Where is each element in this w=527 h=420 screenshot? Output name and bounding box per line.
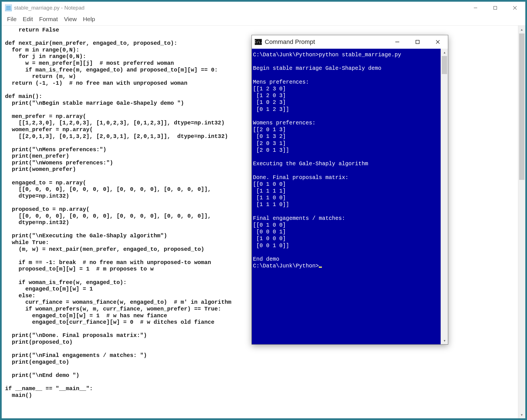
window-controls — [466, 2, 525, 14]
minimize-button[interactable] — [466, 2, 485, 14]
menu-format[interactable]: Format — [37, 15, 60, 23]
scroll-thumb[interactable] — [442, 56, 447, 74]
svg-rect-1 — [494, 6, 497, 10]
cmd-output: C:\Data\Junk\Python>python stable_marria… — [253, 52, 401, 262]
minimize-icon — [395, 40, 400, 44]
svg-rect-5 — [416, 40, 419, 44]
notepad-icon — [5, 5, 12, 11]
cmd-maximize-button[interactable] — [407, 35, 428, 49]
cmd-title: Command Prompt — [265, 38, 315, 46]
scroll-down-icon[interactable]: ▾ — [518, 411, 525, 418]
command-prompt-window: C:\. Command Prompt C:\Data\Junk\Python>… — [252, 35, 448, 345]
editor-scrollbar[interactable]: ▴ ▾ — [518, 26, 525, 418]
menu-help[interactable]: Help — [80, 15, 98, 23]
cursor-icon — [319, 267, 322, 268]
editor-area: return False def next_pair(men_prefer, e… — [2, 26, 525, 418]
menu-file[interactable]: File — [5, 15, 19, 23]
cmd-minimize-button[interactable] — [387, 35, 407, 49]
menu-view[interactable]: View — [62, 15, 79, 23]
cmd-output-area[interactable]: C:\Data\Junk\Python>python stable_marria… — [252, 49, 441, 344]
notepad-window: stable_marriage.py - Notepad File Edit F… — [1, 1, 526, 419]
cmd-titlebar[interactable]: C:\. Command Prompt — [252, 35, 448, 49]
menubar: File Edit Format View Help — [2, 14, 525, 26]
scroll-up-icon[interactable]: ▴ — [441, 49, 448, 56]
cmd-scrollbar[interactable]: ▴ ▾ — [441, 49, 448, 344]
maximize-icon — [415, 40, 420, 44]
window-title: stable_marriage.py - Notepad — [14, 5, 84, 11]
scroll-down-icon[interactable]: ▾ — [441, 337, 448, 344]
cmd-close-button[interactable] — [428, 35, 448, 49]
scroll-thumb[interactable] — [519, 33, 524, 180]
scroll-up-icon[interactable]: ▴ — [518, 26, 525, 33]
notepad-titlebar[interactable]: stable_marriage.py - Notepad — [2, 2, 525, 14]
close-button[interactable] — [505, 2, 525, 14]
minimize-icon — [474, 6, 477, 10]
close-icon — [513, 6, 517, 10]
maximize-icon — [493, 6, 497, 10]
close-icon — [436, 40, 440, 44]
cmd-prompt: C:\Data\Junk\Python> — [253, 263, 319, 269]
maximize-button[interactable] — [485, 2, 505, 14]
cmd-icon: C:\. — [255, 39, 262, 45]
menu-edit[interactable]: Edit — [20, 15, 35, 23]
